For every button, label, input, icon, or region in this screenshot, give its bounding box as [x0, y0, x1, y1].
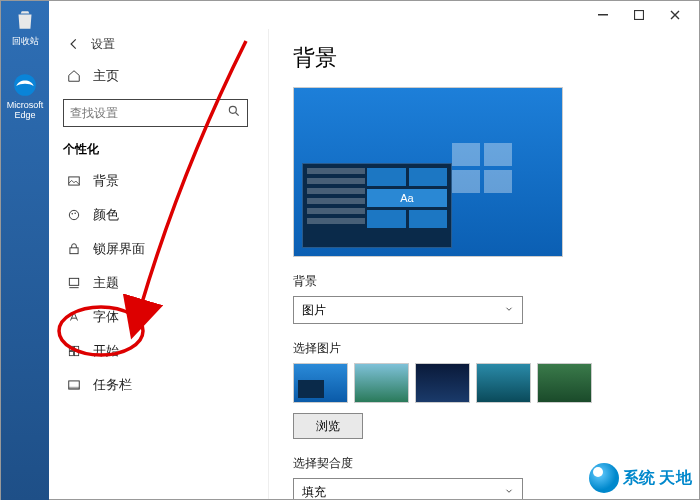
window-maximize-button[interactable] — [621, 1, 657, 29]
background-dropdown-label: 背景 — [293, 273, 675, 290]
sidebar-item-label: 背景 — [85, 172, 119, 190]
fonts-icon — [63, 310, 85, 324]
stamp-text: 天地 — [659, 468, 693, 489]
svg-rect-1 — [598, 14, 608, 16]
picture-thumbnails — [293, 363, 675, 403]
background-type-dropdown[interactable]: 图片 — [293, 296, 523, 324]
sidebar-item-lockscreen[interactable]: 锁屏界面 — [57, 232, 268, 266]
maximize-icon — [634, 10, 644, 20]
back-button[interactable]: 设置 — [57, 29, 268, 59]
svg-point-3 — [229, 106, 236, 113]
preview-tile-text: Aa — [367, 189, 447, 207]
picture-thumb[interactable] — [293, 363, 348, 403]
svg-rect-13 — [75, 352, 79, 356]
search-input[interactable] — [70, 106, 227, 120]
picture-thumb[interactable] — [415, 363, 470, 403]
sidebar-item-start[interactable]: 开始 — [57, 334, 268, 368]
sidebar-item-taskbar[interactable]: 任务栏 — [57, 368, 268, 402]
themes-icon — [63, 276, 85, 290]
sidebar-item-label: 颜色 — [85, 206, 119, 224]
startmenu-preview: Aa — [302, 163, 452, 248]
svg-rect-11 — [75, 346, 79, 350]
page-title: 背景 — [293, 43, 675, 73]
main-panel: 背景 Aa 背景 图片 — [269, 29, 699, 499]
browse-button-label: 浏览 — [316, 418, 340, 435]
desktop-icon-label: 回收站 — [12, 36, 39, 46]
search-icon — [227, 104, 241, 122]
chevron-down-icon — [504, 485, 514, 499]
svg-rect-9 — [69, 278, 78, 285]
chevron-down-icon — [504, 303, 514, 317]
search-input-box[interactable] — [63, 99, 248, 127]
edge-icon — [12, 72, 38, 98]
desktop-strip: 回收站 Microsoft Edge — [1, 1, 49, 500]
picture-icon — [63, 174, 85, 188]
home-icon — [63, 69, 85, 83]
settings-window: 设置 主页 — [49, 1, 699, 499]
globe-icon — [589, 463, 619, 493]
window-close-button[interactable] — [657, 1, 693, 29]
window-content: 设置 主页 — [49, 29, 699, 499]
svg-point-5 — [69, 210, 78, 219]
stamp-text: 系统 — [623, 468, 655, 489]
svg-point-7 — [74, 212, 76, 214]
sidebar-section-title: 个性化 — [57, 133, 268, 164]
back-arrow-icon — [63, 37, 85, 51]
sidebar-item-label: 锁屏界面 — [85, 240, 145, 258]
desktop-icon-edge[interactable]: Microsoft Edge — [1, 66, 49, 120]
settings-title: 设置 — [85, 36, 115, 53]
lock-icon — [63, 242, 85, 256]
palette-icon — [63, 208, 85, 222]
taskbar-icon — [63, 378, 85, 392]
fit-dropdown[interactable]: 填充 — [293, 478, 523, 499]
svg-point-6 — [71, 213, 73, 215]
desktop-icon-recycle-bin[interactable]: 回收站 — [1, 1, 49, 48]
sidebar-item-home[interactable]: 主页 — [57, 59, 268, 93]
sidebar-item-background[interactable]: 背景 — [57, 164, 268, 198]
choose-picture-label: 选择图片 — [293, 340, 675, 357]
close-icon — [670, 10, 680, 20]
recycle-bin-icon — [12, 7, 38, 33]
svg-rect-12 — [69, 352, 73, 356]
background-preview: Aa — [293, 87, 563, 257]
svg-rect-4 — [69, 177, 80, 185]
sidebar-item-label: 主题 — [85, 274, 119, 292]
sidebar-item-colors[interactable]: 颜色 — [57, 198, 268, 232]
svg-rect-2 — [635, 11, 644, 20]
svg-rect-10 — [69, 346, 73, 350]
screenshot-root: 下 网 回收站 Microsoft Edge — [0, 0, 700, 500]
search-wrap — [57, 93, 268, 133]
sidebar: 设置 主页 — [49, 29, 269, 499]
sidebar-item-themes[interactable]: 主题 — [57, 266, 268, 300]
picture-thumb[interactable] — [476, 363, 531, 403]
start-icon — [63, 344, 85, 358]
sidebar-item-label: 任务栏 — [85, 376, 132, 394]
dropdown-value: 填充 — [302, 484, 326, 500]
svg-rect-8 — [70, 248, 78, 254]
sidebar-item-label: 字体 — [85, 308, 119, 326]
window-titlebar — [49, 1, 699, 29]
browse-button[interactable]: 浏览 — [293, 413, 363, 439]
watermark-stamp: 系统 天地 — [589, 463, 693, 493]
windows-logo-icon — [452, 143, 512, 193]
sidebar-item-label: 主页 — [85, 67, 119, 85]
desktop-icon-label: Microsoft Edge — [7, 100, 44, 120]
sidebar-item-label: 开始 — [85, 342, 119, 360]
svg-rect-15 — [69, 387, 80, 389]
window-minimize-button[interactable] — [585, 1, 621, 29]
sidebar-item-fonts[interactable]: 字体 — [57, 300, 268, 334]
picture-thumb[interactable] — [354, 363, 409, 403]
dropdown-value: 图片 — [302, 302, 326, 319]
picture-thumb[interactable] — [537, 363, 592, 403]
minimize-icon — [598, 10, 608, 20]
